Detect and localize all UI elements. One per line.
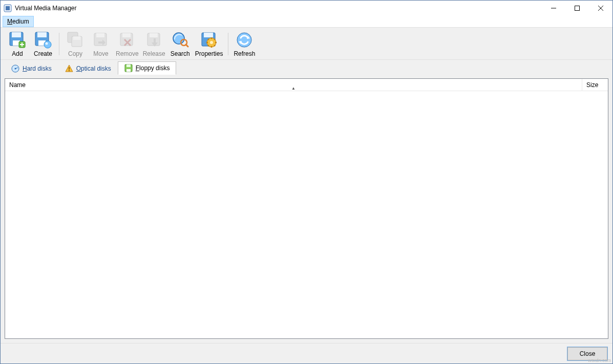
minimize-button[interactable] — [542, 1, 565, 16]
tab-hard-disks[interactable]: Hard disks — [5, 62, 58, 75]
search-label: Search — [171, 50, 190, 57]
search-button[interactable]: Search — [167, 30, 193, 58]
menu-medium[interactable]: Medium — [3, 16, 34, 27]
create-button[interactable]: Create — [30, 30, 56, 58]
app-icon — [4, 4, 12, 12]
release-label: Release — [143, 50, 165, 57]
add-button[interactable]: Add — [5, 30, 30, 58]
content-area: Name ▲ Size — [1, 74, 612, 343]
column-name-label: Name — [9, 81, 26, 89]
add-label: Add — [12, 50, 23, 57]
svg-point-51 — [69, 70, 70, 71]
refresh-icon — [235, 31, 253, 49]
svg-line-40 — [208, 45, 209, 46]
remove-button: Remove — [114, 30, 141, 58]
column-size[interactable]: Size — [582, 79, 608, 91]
search-icon — [171, 31, 189, 49]
create-label: Create — [34, 50, 52, 57]
close-label: Close — [580, 350, 596, 357]
column-size-label: Size — [586, 81, 598, 89]
floppy-copy-icon — [66, 31, 84, 49]
svg-point-43 — [237, 33, 251, 47]
window: Virtual Media Manager Medium — [0, 0, 613, 364]
menubar: Medium — [1, 16, 612, 27]
svg-rect-3 — [575, 6, 580, 11]
floppy-release-icon — [145, 31, 163, 49]
tab-optical-disks[interactable]: Optical disks — [58, 62, 118, 75]
media-listview[interactable]: Name ▲ Size — [5, 78, 608, 339]
watermark: wsxdn.com — [588, 358, 611, 363]
svg-point-15 — [44, 41, 51, 48]
tab-label: Optical disks — [76, 65, 111, 72]
floppy-remove-icon — [118, 31, 136, 49]
column-name[interactable]: Name ▲ — [5, 79, 582, 91]
listview-header: Name ▲ Size — [5, 79, 608, 91]
svg-rect-7 — [12, 32, 21, 37]
svg-rect-32 — [204, 33, 213, 37]
svg-rect-19 — [73, 36, 80, 40]
tab-row: Hard disks Optical disks Floppy disks — [1, 60, 612, 74]
move-button: Move — [88, 30, 114, 58]
move-label: Move — [93, 50, 108, 57]
maximize-button[interactable] — [565, 1, 589, 16]
svg-rect-53 — [126, 65, 131, 67]
svg-rect-23 — [122, 33, 131, 37]
svg-rect-27 — [150, 33, 158, 37]
copy-button: Copy — [62, 30, 88, 58]
floppy-create-icon — [34, 31, 52, 49]
properties-icon — [200, 31, 218, 49]
toolbar-separator — [228, 33, 228, 55]
svg-rect-13 — [37, 32, 47, 37]
floppy-move-icon — [92, 31, 110, 49]
sort-indicator-icon: ▲ — [291, 86, 295, 91]
tab-label: Floppy disks — [136, 65, 170, 72]
svg-line-39 — [214, 45, 215, 46]
tab-label: Hard disks — [23, 65, 52, 72]
titlebar: Virtual Media Manager — [1, 1, 612, 16]
svg-line-41 — [214, 39, 215, 40]
close-window-button[interactable] — [589, 1, 612, 16]
footer: Close — [1, 343, 612, 363]
svg-line-38 — [208, 39, 209, 40]
refresh-label: Refresh — [234, 50, 255, 57]
warning-icon — [65, 65, 73, 73]
menu-label-prefix: M — [7, 18, 12, 25]
window-title: Virtual Media Manager — [15, 5, 77, 12]
properties-label: Properties — [195, 50, 223, 57]
toolbar-separator — [59, 33, 59, 55]
release-button: Release — [141, 30, 167, 58]
svg-point-16 — [46, 42, 48, 45]
hard-disk-icon — [11, 65, 19, 73]
properties-button[interactable]: Properties — [193, 30, 225, 58]
svg-point-42 — [210, 41, 213, 44]
svg-rect-1 — [6, 6, 10, 10]
svg-line-30 — [186, 45, 188, 47]
svg-rect-54 — [126, 69, 131, 72]
floppy-icon — [124, 64, 133, 72]
remove-label: Remove — [116, 50, 139, 57]
refresh-button[interactable]: Refresh — [231, 30, 257, 58]
copy-label: Copy — [68, 50, 82, 57]
tab-floppy-disks[interactable]: Floppy disks — [118, 61, 177, 75]
svg-rect-21 — [96, 33, 104, 37]
floppy-add-icon — [8, 31, 27, 49]
window-controls — [542, 1, 612, 16]
listview-body — [5, 91, 608, 338]
menu-label-rest: edium — [12, 18, 29, 25]
toolbar: Add Create — [1, 27, 612, 60]
